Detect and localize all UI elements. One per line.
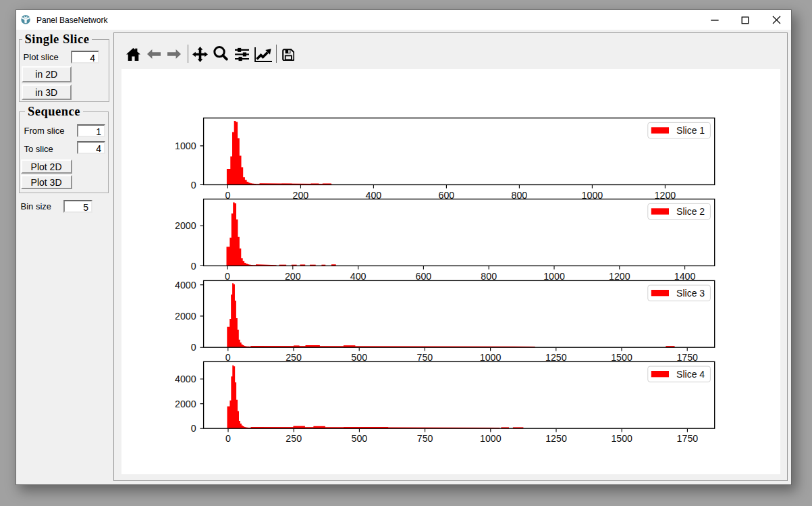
svg-text:1200: 1200 xyxy=(609,271,630,282)
svg-text:Slice 2: Slice 2 xyxy=(676,206,705,217)
svg-text:1000: 1000 xyxy=(543,271,565,282)
svg-text:200: 200 xyxy=(285,271,301,282)
svg-text:750: 750 xyxy=(417,433,433,444)
svg-text:0: 0 xyxy=(191,423,196,434)
svg-text:1750: 1750 xyxy=(677,433,699,444)
svg-text:500: 500 xyxy=(352,433,368,444)
svg-text:4000: 4000 xyxy=(175,374,196,384)
svg-text:0: 0 xyxy=(191,342,196,353)
svg-text:1000: 1000 xyxy=(175,141,196,151)
svg-text:1250: 1250 xyxy=(545,433,567,444)
svg-text:0: 0 xyxy=(191,180,196,191)
svg-text:2000: 2000 xyxy=(175,311,196,322)
svg-text:Slice 3: Slice 3 xyxy=(676,288,705,299)
svg-text:Slice 4: Slice 4 xyxy=(676,369,705,380)
svg-text:1400: 1400 xyxy=(674,271,696,282)
svg-text:1500: 1500 xyxy=(611,433,632,444)
svg-text:4000: 4000 xyxy=(175,280,196,290)
svg-text:800: 800 xyxy=(481,271,497,282)
svg-text:400: 400 xyxy=(350,271,367,282)
svg-text:0: 0 xyxy=(191,261,196,272)
svg-text:2000: 2000 xyxy=(175,220,196,231)
svg-text:600: 600 xyxy=(416,271,432,282)
svg-text:1000: 1000 xyxy=(480,433,502,444)
svg-text:0: 0 xyxy=(225,433,231,444)
svg-text:2000: 2000 xyxy=(175,399,196,409)
svg-text:250: 250 xyxy=(286,433,302,444)
svg-text:Slice 1: Slice 1 xyxy=(676,125,705,136)
svg-text:0: 0 xyxy=(225,271,230,282)
